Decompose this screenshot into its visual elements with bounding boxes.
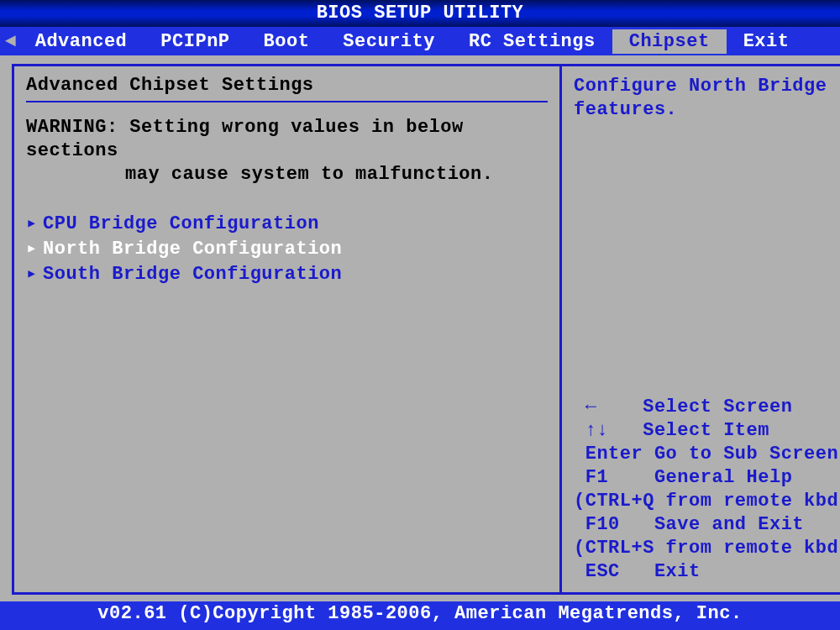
footer-bar: v02.61 (C)Copyright 1985-2006, American … [0,601,840,630]
key-row-f1: F1 General Help [574,466,840,490]
key-row-ctrl-s-note: (CTRL+S from remote kbd) [574,537,840,560]
key-row-select-screen: ← Select Screen [574,396,840,419]
menu-tab-security[interactable]: Security [326,29,452,54]
menu-bar: ◄ Advanced PCIPnP Boot Security RC Setti… [0,27,840,55]
menu-tab-advanced[interactable]: Advanced [18,29,144,54]
warning-line-2: may cause system to malfunction. [26,163,548,186]
key-row-enter: Enter Go to Sub Screen [574,443,840,466]
submenu-label: South Bridge Configuration [43,262,342,287]
heading-divider [26,101,548,102]
menu-scroll-left-icon[interactable]: ◄ [3,31,18,52]
menu-tab-chipset[interactable]: Chipset [612,29,727,54]
footer-text: v02.61 (C)Copyright 1985-2006, American … [97,603,742,624]
submenu-cpu-bridge[interactable]: ▸ CPU Bridge Configuration [26,212,548,237]
key-row-f10: F10 Save and Exit [574,513,840,537]
menu-tab-exit[interactable]: Exit [727,29,806,54]
menu-tab-pcipnp[interactable]: PCIPnP [144,29,246,54]
submenu-arrow-icon: ▸ [26,262,43,287]
key-row-ctrl-q-note: (CTRL+Q from remote kbd) [574,490,840,513]
submenu-north-bridge[interactable]: ▸ North Bridge Configuration [26,237,548,262]
menu-tab-rc-settings[interactable]: RC Settings [452,29,612,54]
key-row-select-item: ↑↓ Select Item [574,419,840,443]
bios-screen: BIOS SETUP UTILITY ◄ Advanced PCIPnP Boo… [0,0,840,630]
key-row-esc: ESC Exit [574,560,840,584]
submenu-label: CPU Bridge Configuration [43,212,319,237]
body-area: Advanced Chipset Settings WARNING: Setti… [0,55,840,601]
key-legend: ← Select Screen ↑↓ Select Item Enter Go … [574,396,840,584]
submenu-arrow-icon: ▸ [26,237,43,262]
help-panel: Configure North Bridge features. ← Selec… [559,64,840,595]
submenu-list: ▸ CPU Bridge Configuration ▸ North Bridg… [26,212,548,287]
title-bar: BIOS SETUP UTILITY [0,0,840,27]
submenu-arrow-icon: ▸ [26,212,43,237]
page-heading: Advanced Chipset Settings [26,75,548,96]
main-panel: Advanced Chipset Settings WARNING: Setti… [12,64,559,595]
menu-tab-boot[interactable]: Boot [247,29,327,54]
submenu-label: North Bridge Configuration [43,237,342,262]
context-help-text: Configure North Bridge features. [574,75,840,122]
warning-label: WARNING: [26,117,118,138]
app-title: BIOS SETUP UTILITY [317,3,524,24]
warning-text: WARNING: Setting wrong values in below s… [26,116,548,186]
submenu-south-bridge[interactable]: ▸ South Bridge Configuration [26,262,548,287]
